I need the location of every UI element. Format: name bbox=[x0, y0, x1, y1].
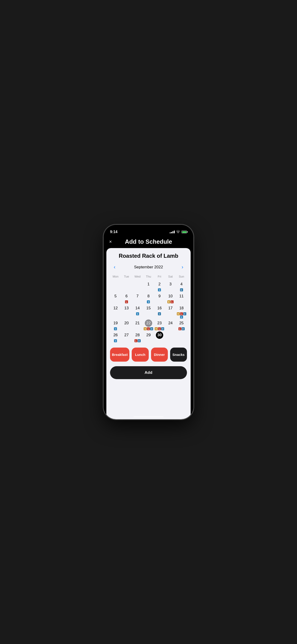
calendar-day-header: Mon bbox=[110, 275, 121, 280]
calendar-day-cell[interactable]: 2S bbox=[154, 280, 165, 292]
status-icons bbox=[170, 230, 187, 234]
calendar: ‹ September 2022 › MonTueWedThuFriSatSun… bbox=[110, 263, 187, 343]
battery-icon bbox=[182, 230, 187, 233]
calendar-day-cell bbox=[121, 280, 132, 292]
calendar-day-cell[interactable]: 26S bbox=[110, 331, 121, 343]
calendar-day-cell bbox=[176, 331, 187, 343]
next-month-button[interactable]: › bbox=[180, 263, 185, 271]
calendar-month-label: September 2022 bbox=[134, 265, 163, 270]
calendar-day-cell[interactable]: 15 bbox=[143, 304, 154, 319]
calendar-day-cell[interactable]: 14S bbox=[132, 304, 143, 319]
phone-frame: 9:14 bbox=[104, 225, 194, 419]
meal-type-button-lunch[interactable]: Lunch bbox=[132, 348, 148, 362]
meal-type-button-dinner[interactable]: Dinner bbox=[151, 348, 168, 362]
meal-type-button-snacks[interactable]: Snacks bbox=[170, 348, 187, 362]
calendar-day-cell[interactable]: 17 bbox=[165, 304, 176, 319]
calendar-day-cell[interactable]: 12 bbox=[110, 304, 121, 319]
calendar-day-cell[interactable]: 10BL bbox=[165, 292, 176, 304]
calendar-day-cell bbox=[165, 331, 176, 343]
calendar-day-cell[interactable]: 13 bbox=[121, 304, 132, 319]
status-bar: 9:14 bbox=[104, 225, 194, 236]
calendar-day-cell bbox=[132, 280, 143, 292]
calendar-grid: MonTueWedThuFriSatSun 12S34D56L78S910BL1… bbox=[110, 275, 187, 343]
calendar-day-cell[interactable]: 19S bbox=[110, 319, 121, 331]
calendar-day-cell[interactable]: 21 bbox=[132, 319, 143, 331]
calendar-day-header: Fri bbox=[154, 275, 165, 280]
close-button[interactable]: × bbox=[109, 239, 112, 244]
calendar-day-header: Tue bbox=[121, 275, 132, 280]
page-title: Add to Schedule bbox=[125, 238, 172, 245]
calendar-day-header: Thu bbox=[143, 275, 154, 280]
calendar-day-cell[interactable]: 24 bbox=[165, 319, 176, 331]
header: × Add to Schedule bbox=[104, 236, 194, 248]
calendar-day-cell[interactable]: 22BLD bbox=[143, 319, 154, 331]
prev-month-button[interactable]: ‹ bbox=[112, 263, 117, 271]
calendar-day-cell[interactable]: 18BLDS bbox=[176, 304, 187, 319]
calendar-day-cell[interactable]: 1 bbox=[143, 280, 154, 292]
meal-type-button-breakfast[interactable]: Breakfast bbox=[110, 348, 130, 362]
signal-icon bbox=[170, 230, 175, 233]
calendar-day-cell[interactable]: 28LD bbox=[132, 331, 143, 343]
calendar-day-header: Sun bbox=[176, 275, 187, 280]
calendar-day-header: Sat bbox=[165, 275, 176, 280]
calendar-day-cell[interactable]: 25LD bbox=[176, 319, 187, 331]
calendar-day-cell[interactable]: 9 bbox=[154, 292, 165, 304]
wifi-icon bbox=[176, 230, 180, 234]
status-time: 9:14 bbox=[110, 230, 118, 234]
calendar-header: ‹ September 2022 › bbox=[110, 263, 187, 271]
content-card: Roasted Rack of Lamb ‹ September 2022 › … bbox=[106, 248, 191, 419]
calendar-day-cell[interactable]: 23BLD bbox=[154, 319, 165, 331]
calendar-day-cell[interactable]: 5 bbox=[110, 292, 121, 304]
calendar-day-cell[interactable]: 29 bbox=[143, 331, 154, 343]
calendar-day-cell[interactable]: 30 bbox=[154, 331, 165, 343]
calendar-day-cell[interactable]: 20 bbox=[121, 319, 132, 331]
phone-screen: 9:14 bbox=[104, 225, 194, 419]
calendar-day-cell[interactable]: 7 bbox=[132, 292, 143, 304]
add-button[interactable]: Add bbox=[110, 366, 187, 379]
calendar-day-cell[interactable]: 3 bbox=[165, 280, 176, 292]
calendar-day-cell[interactable]: 16D bbox=[154, 304, 165, 319]
calendar-day-header: Wed bbox=[132, 275, 143, 280]
recipe-title: Roasted Rack of Lamb bbox=[110, 253, 187, 259]
calendar-day-cell bbox=[110, 280, 121, 292]
calendar-day-cell[interactable]: 8S bbox=[143, 292, 154, 304]
calendar-day-cell[interactable]: 11 bbox=[176, 292, 187, 304]
calendar-day-cell[interactable]: 6L bbox=[121, 292, 132, 304]
calendar-day-cell[interactable]: 4D bbox=[176, 280, 187, 292]
meal-type-selector: BreakfastLunchDinnerSnacks bbox=[110, 348, 187, 362]
calendar-day-cell[interactable]: 27 bbox=[121, 331, 132, 343]
home-indicator bbox=[134, 416, 164, 417]
